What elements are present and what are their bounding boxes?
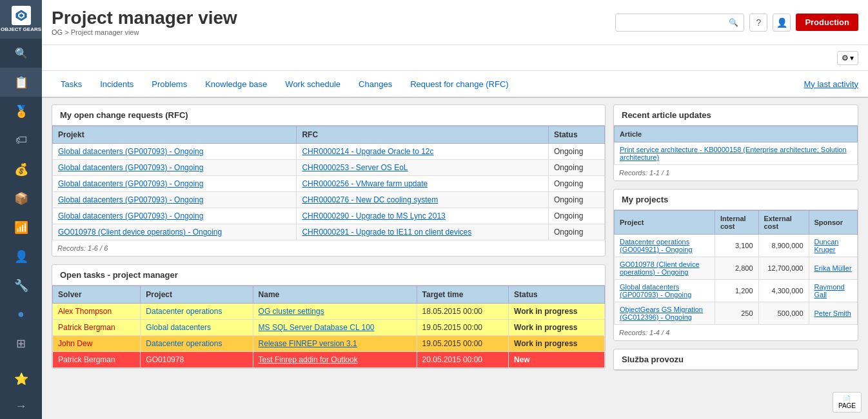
production-button[interactable]: Production <box>796 14 858 31</box>
sidebar-dashboard-icon[interactable]: 📋 <box>0 68 42 97</box>
recent-articles-table: Article Print service architecture - KB0… <box>614 126 858 165</box>
main-content: Project manager view OG > Project manage… <box>42 0 868 419</box>
sluzba-header: Služba provozu <box>614 349 858 370</box>
title-area: Project manager view OG > Project manage… <box>52 8 237 36</box>
gear-dropdown[interactable]: ⚙ ▾ <box>837 51 858 65</box>
task-name-cell[interactable]: Test Finrep addin for Outlook <box>253 352 417 368</box>
rfc-rfc-cell[interactable]: CHR0000253 - Server OS EoL <box>297 160 549 176</box>
task-solver-cell[interactable]: Patrick Bergman <box>53 352 141 368</box>
rfc-status-cell: Ongoing <box>548 144 604 160</box>
page-button[interactable]: 📄 PAGE <box>833 392 862 413</box>
table-row: Global datacenters (GP007093) - Ongoing … <box>53 160 605 176</box>
rfc-projekt-cell[interactable]: Global datacenters (GP007093) - Ongoing <box>53 160 297 176</box>
rfc-rfc-cell[interactable]: CHR0000276 - New DC cooling system <box>297 192 549 208</box>
proj-project-cell[interactable]: ObjectGears GS Migration (GC012396) - On… <box>615 302 715 325</box>
proj-sponsor-cell[interactable]: Duncan Kruger <box>809 235 858 257</box>
table-row: Datacenter operations (GO004921) - Ongoi… <box>615 235 858 257</box>
task-project-cell[interactable]: GO010978 <box>141 352 253 368</box>
recent-articles-card: Recent article updates Article Print ser… <box>613 104 858 181</box>
rfc-rfc-cell[interactable]: CHR0000256 - VMware farm update <box>297 176 549 192</box>
top-search-input[interactable] <box>621 18 729 27</box>
tab-work-schedule[interactable]: Work schedule <box>276 73 350 97</box>
table-row: Patrick Bergman Global datacenters MS SQ… <box>53 320 605 336</box>
page-icon: 📄 <box>843 395 851 402</box>
proj-internal-cell: 250 <box>715 302 758 325</box>
proj-internal-cell: 1,200 <box>715 280 758 302</box>
task-name-cell[interactable]: MS SQL Server Database CL 100 <box>253 320 417 336</box>
sidebar-box-icon[interactable]: 📦 <box>0 184 42 213</box>
task-name-cell[interactable]: OG cluster settings <box>253 304 417 320</box>
proj-col-internal: Internal cost <box>715 211 758 235</box>
sidebar-grid-icon[interactable]: ⊞ <box>0 329 42 358</box>
task-target-cell: 19.05.2015 00:00 <box>417 320 508 336</box>
breadcrumb-og[interactable]: OG <box>52 28 63 36</box>
proj-sponsor-cell[interactable]: Raymond Gall <box>809 280 858 302</box>
sidebar-search-icon[interactable]: 🔍 <box>0 39 42 68</box>
task-status-cell: Work in progress <box>509 320 605 336</box>
last-activity-link[interactable]: My last activity <box>804 79 858 89</box>
article-link[interactable]: Print service architecture - KB0000158 (… <box>615 142 858 165</box>
sidebar-signal-icon[interactable]: 📶 <box>0 213 42 242</box>
rfc-projekt-cell[interactable]: Global datacenters (GP007093) - Ongoing <box>53 208 297 224</box>
proj-project-cell[interactable]: GO010978 (Client device operations) - On… <box>615 257 715 280</box>
task-solver-cell[interactable]: Patrick Bergman <box>53 320 141 336</box>
search-icon: 🔍 <box>729 18 738 27</box>
table-row: Global datacenters (GP007093) - Ongoing … <box>53 192 605 208</box>
sidebar-tag-icon[interactable]: 🏷 <box>0 126 42 155</box>
rfc-records: Records: 1-6 / 6 <box>52 240 605 256</box>
proj-col-project: Project <box>615 211 715 235</box>
tab-problems[interactable]: Problems <box>143 73 196 97</box>
rfc-status-cell: Ongoing <box>548 192 604 208</box>
proj-external-cell: 4,300,000 <box>758 280 809 302</box>
tab-knowledge-base[interactable]: Knowledge base <box>196 73 276 97</box>
task-solver-cell[interactable]: John Dew <box>53 336 141 352</box>
sidebar-star-icon[interactable]: ⭐ <box>0 364 42 393</box>
rfc-rfc-cell[interactable]: CHR0000291 - Upgrade to IE11 on client d… <box>297 224 549 240</box>
content-area: My open change requests (RFC) Projekt RF… <box>42 98 868 419</box>
table-row: Global datacenters (GP007093) - Ongoing … <box>615 280 858 302</box>
help-button[interactable]: ? <box>749 14 767 32</box>
logo[interactable]: OBJECT GEARS <box>0 0 42 39</box>
task-project-cell[interactable]: Datacenter operations <box>141 336 253 352</box>
task-project-cell[interactable]: Datacenter operations <box>141 304 253 320</box>
sidebar-tools-icon[interactable]: 🔧 <box>0 271 42 300</box>
sidebar-bluedot-icon[interactable]: ● <box>0 300 42 329</box>
recent-articles-header: Recent article updates <box>614 105 858 126</box>
rfc-projekt-cell[interactable]: GO010978 (Client device operations) - On… <box>53 224 297 240</box>
tab-changes[interactable]: Changes <box>350 73 401 97</box>
proj-sponsor-cell[interactable]: Erika Müller <box>809 257 858 280</box>
sluzba-card: Služba provozu <box>613 349 858 371</box>
tab-incidents[interactable]: Incidents <box>91 73 143 97</box>
user-button[interactable]: 👤 <box>773 14 791 32</box>
page-title: Project manager view <box>52 8 237 28</box>
rfc-rfc-cell[interactable]: CHR0000214 - Upgrade Oracle to 12c <box>297 144 549 160</box>
task-project-cell[interactable]: Global datacenters <box>141 320 253 336</box>
table-row: John Dew Datacenter operations Release F… <box>53 336 605 352</box>
task-name-cell[interactable]: Release FINREP version 3.1 <box>253 336 417 352</box>
topbar-right: 🔍 ? 👤 Production <box>615 14 858 32</box>
tasks-table: Solver Project Name Target time Status A… <box>52 286 605 368</box>
task-solver-cell[interactable]: Alex Thompson <box>53 304 141 320</box>
sidebar-arrow-icon[interactable]: → <box>0 393 42 419</box>
rfc-projekt-cell[interactable]: Global datacenters (GP007093) - Ongoing <box>53 192 297 208</box>
tab-tasks[interactable]: Tasks <box>52 73 91 97</box>
proj-internal-cell: 2,800 <box>715 257 758 280</box>
sidebar-badge-icon[interactable]: 🏅 <box>0 97 42 126</box>
my-projects-card: My projects Project Internal cost Extern… <box>613 189 858 341</box>
my-projects-header: My projects <box>614 190 858 210</box>
rfc-projekt-cell[interactable]: Global datacenters (GP007093) - Ongoing <box>53 144 297 160</box>
proj-project-cell[interactable]: Datacenter operations (GO004921) - Ongoi… <box>615 235 715 257</box>
proj-sponsor-cell[interactable]: Peter Smith <box>809 302 858 325</box>
rfc-status-cell: Ongoing <box>548 224 604 240</box>
task-target-cell: 19.05.2015 00:00 <box>417 336 508 352</box>
rfc-rfc-cell[interactable]: CHR0000290 - Upgrade to MS Lync 2013 <box>297 208 549 224</box>
proj-project-cell[interactable]: Global datacenters (GP007093) - Ongoing <box>615 280 715 302</box>
task-status-cell: Work in progress <box>509 304 605 320</box>
articles-col-article: Article <box>615 126 858 142</box>
sidebar-coins-icon[interactable]: 💰 <box>0 155 42 184</box>
rfc-status-cell: Ongoing <box>548 208 604 224</box>
nav-tabs-bar: Tasks Incidents Problems Knowledge base … <box>42 71 868 98</box>
tab-rfc[interactable]: Request for change (RFC) <box>401 73 517 97</box>
sidebar-person-icon[interactable]: 👤 <box>0 242 42 271</box>
rfc-projekt-cell[interactable]: Global datacenters (GP007093) - Ongoing <box>53 176 297 192</box>
